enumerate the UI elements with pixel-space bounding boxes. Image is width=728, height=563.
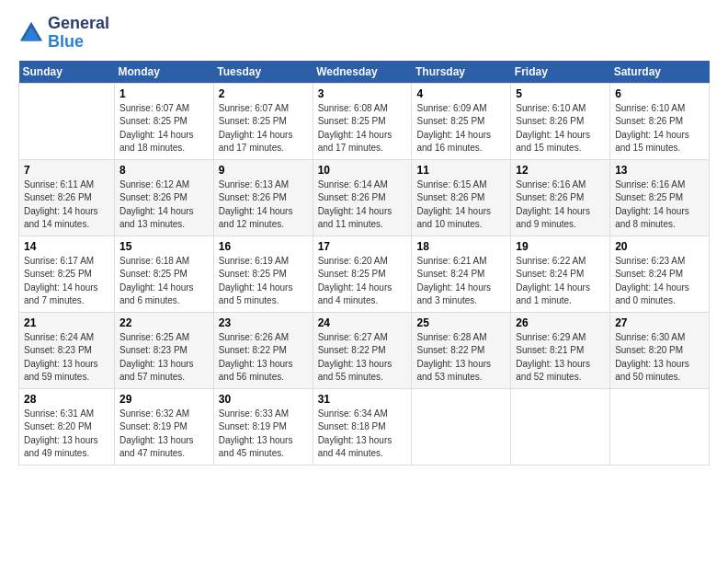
day-header-monday: Monday [114,61,213,84]
day-info: Sunrise: 6:28 AMSunset: 8:22 PMDaylight:… [416,331,506,385]
day-number: 26 [516,316,605,329]
day-info: Sunrise: 6:24 AMSunset: 8:23 PMDaylight:… [24,331,109,385]
day-info: Sunrise: 6:20 AMSunset: 8:25 PMDaylight:… [318,255,407,308]
day-number: 18 [416,240,506,253]
calendar-cell: 23Sunrise: 6:26 AMSunset: 8:22 PMDayligh… [213,312,313,388]
calendar-cell: 21Sunrise: 6:24 AMSunset: 8:23 PMDayligh… [19,312,115,388]
calendar-cell: 1Sunrise: 6:07 AMSunset: 8:25 PMDaylight… [114,83,213,159]
calendar-cell: 2Sunrise: 6:07 AMSunset: 8:25 PMDaylight… [213,83,313,159]
header: General Blue [18,15,710,52]
week-row-3: 14Sunrise: 6:17 AMSunset: 8:25 PMDayligh… [19,236,710,312]
day-number: 1 [119,87,209,100]
day-info: Sunrise: 6:13 AMSunset: 8:26 PMDaylight:… [219,178,308,232]
day-number: 27 [615,316,704,329]
calendar-cell: 30Sunrise: 6:33 AMSunset: 8:19 PMDayligh… [213,388,313,465]
day-number: 5 [516,87,605,100]
day-info: Sunrise: 6:18 AMSunset: 8:25 PMDaylight:… [119,255,209,308]
day-info: Sunrise: 6:30 AMSunset: 8:20 PMDaylight:… [615,331,704,385]
day-info: Sunrise: 6:23 AMSunset: 8:24 PMDaylight:… [615,255,704,308]
day-number: 15 [119,240,209,253]
calendar-cell: 15Sunrise: 6:18 AMSunset: 8:25 PMDayligh… [114,236,213,312]
day-number: 30 [219,393,308,406]
day-info: Sunrise: 6:33 AMSunset: 8:19 PMDaylight:… [219,408,308,461]
day-info: Sunrise: 6:15 AMSunset: 8:26 PMDaylight:… [416,178,506,232]
calendar-cell: 4Sunrise: 6:09 AMSunset: 8:25 PMDaylight… [412,83,511,159]
calendar-cell: 10Sunrise: 6:14 AMSunset: 8:26 PMDayligh… [313,159,412,236]
day-info: Sunrise: 6:32 AMSunset: 8:19 PMDaylight:… [119,408,209,461]
day-number: 10 [318,164,407,177]
day-number: 29 [119,393,209,406]
day-number: 4 [416,87,506,100]
day-info: Sunrise: 6:22 AMSunset: 8:24 PMDaylight:… [516,255,605,308]
calendar-cell: 26Sunrise: 6:29 AMSunset: 8:21 PMDayligh… [511,312,610,388]
day-info: Sunrise: 6:21 AMSunset: 8:24 PMDaylight:… [416,255,506,308]
day-number: 16 [219,240,308,253]
calendar-cell: 3Sunrise: 6:08 AMSunset: 8:25 PMDaylight… [313,83,412,159]
day-info: Sunrise: 6:14 AMSunset: 8:26 PMDaylight:… [318,178,407,232]
day-info: Sunrise: 6:09 AMSunset: 8:25 PMDaylight:… [416,102,506,155]
calendar-cell: 6Sunrise: 6:10 AMSunset: 8:26 PMDaylight… [610,83,710,159]
calendar-cell: 27Sunrise: 6:30 AMSunset: 8:20 PMDayligh… [610,312,710,388]
day-number: 13 [615,164,704,177]
day-number: 28 [24,393,109,406]
day-header-sunday: Sunday [19,61,115,84]
calendar-cell: 13Sunrise: 6:16 AMSunset: 8:25 PMDayligh… [610,159,710,236]
day-number: 31 [318,393,407,406]
week-row-4: 21Sunrise: 6:24 AMSunset: 8:23 PMDayligh… [19,312,710,388]
day-info: Sunrise: 6:34 AMSunset: 8:18 PMDaylight:… [318,408,407,461]
day-info: Sunrise: 6:27 AMSunset: 8:22 PMDaylight:… [318,331,407,385]
week-row-5: 28Sunrise: 6:31 AMSunset: 8:20 PMDayligh… [19,388,710,465]
day-header-saturday: Saturday [610,61,710,84]
day-info: Sunrise: 6:19 AMSunset: 8:25 PMDaylight:… [219,255,308,308]
calendar-cell: 29Sunrise: 6:32 AMSunset: 8:19 PMDayligh… [114,388,213,465]
day-number: 8 [119,164,209,177]
calendar-cell: 31Sunrise: 6:34 AMSunset: 8:18 PMDayligh… [313,388,412,465]
day-info: Sunrise: 6:10 AMSunset: 8:26 PMDaylight:… [615,102,704,155]
day-info: Sunrise: 6:07 AMSunset: 8:25 PMDaylight:… [219,102,308,155]
day-number: 25 [416,316,506,329]
day-info: Sunrise: 6:29 AMSunset: 8:21 PMDaylight:… [516,331,605,385]
calendar-cell [19,83,115,159]
calendar-cell: 16Sunrise: 6:19 AMSunset: 8:25 PMDayligh… [213,236,313,312]
day-info: Sunrise: 6:08 AMSunset: 8:25 PMDaylight:… [318,102,407,155]
day-info: Sunrise: 6:10 AMSunset: 8:26 PMDaylight:… [516,102,605,155]
day-info: Sunrise: 6:26 AMSunset: 8:22 PMDaylight:… [219,331,308,385]
logo: General Blue [18,15,109,52]
calendar-cell: 25Sunrise: 6:28 AMSunset: 8:22 PMDayligh… [412,312,511,388]
day-number: 24 [318,316,407,329]
calendar-cell: 20Sunrise: 6:23 AMSunset: 8:24 PMDayligh… [610,236,710,312]
day-info: Sunrise: 6:17 AMSunset: 8:25 PMDaylight:… [24,255,109,308]
day-header-tuesday: Tuesday [213,61,313,84]
header-row: SundayMondayTuesdayWednesdayThursdayFrid… [19,61,710,84]
calendar-cell [412,388,511,465]
day-info: Sunrise: 6:11 AMSunset: 8:26 PMDaylight:… [24,178,109,232]
day-info: Sunrise: 6:12 AMSunset: 8:26 PMDaylight:… [119,178,209,232]
calendar-cell [610,388,710,465]
day-number: 19 [516,240,605,253]
logo-icon [18,20,44,46]
day-number: 20 [615,240,704,253]
calendar-cell: 18Sunrise: 6:21 AMSunset: 8:24 PMDayligh… [412,236,511,312]
day-number: 22 [119,316,209,329]
day-number: 14 [24,240,109,253]
day-info: Sunrise: 6:16 AMSunset: 8:26 PMDaylight:… [516,178,605,232]
day-number: 9 [219,164,308,177]
day-number: 12 [516,164,605,177]
day-header-friday: Friday [511,61,610,84]
day-number: 17 [318,240,407,253]
week-row-1: 1Sunrise: 6:07 AMSunset: 8:25 PMDaylight… [19,83,710,159]
week-row-2: 7Sunrise: 6:11 AMSunset: 8:26 PMDaylight… [19,159,710,236]
calendar-cell: 28Sunrise: 6:31 AMSunset: 8:20 PMDayligh… [19,388,115,465]
day-info: Sunrise: 6:07 AMSunset: 8:25 PMDaylight:… [119,102,209,155]
calendar-cell: 7Sunrise: 6:11 AMSunset: 8:26 PMDaylight… [19,159,115,236]
day-header-thursday: Thursday [412,61,511,84]
calendar-cell: 11Sunrise: 6:15 AMSunset: 8:26 PMDayligh… [412,159,511,236]
calendar-cell: 12Sunrise: 6:16 AMSunset: 8:26 PMDayligh… [511,159,610,236]
calendar-cell: 17Sunrise: 6:20 AMSunset: 8:25 PMDayligh… [313,236,412,312]
calendar-cell: 19Sunrise: 6:22 AMSunset: 8:24 PMDayligh… [511,236,610,312]
day-header-wednesday: Wednesday [313,61,412,84]
page: General Blue SundayMondayTuesdayWednesda… [0,0,728,475]
day-info: Sunrise: 6:25 AMSunset: 8:23 PMDaylight:… [119,331,209,385]
calendar-table: SundayMondayTuesdayWednesdayThursdayFrid… [18,61,710,465]
day-number: 11 [416,164,506,177]
